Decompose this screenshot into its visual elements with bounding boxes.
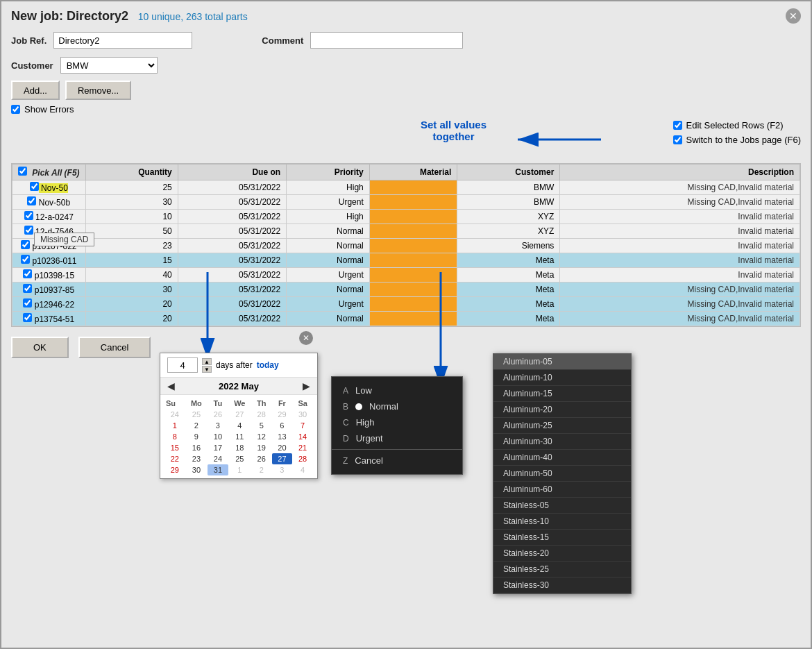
days-down-button[interactable]: ▼ — [202, 366, 212, 373]
cal-day-0-6[interactable]: 30 — [292, 409, 313, 420]
cal-day-1-5[interactable]: 6 — [272, 420, 293, 431]
cal-day-2-4[interactable]: 12 — [251, 431, 272, 442]
cal-day-4-1[interactable]: 23 — [185, 453, 208, 464]
cal-day-3-4[interactable]: 19 — [251, 442, 272, 453]
row-checkbox-2[interactable] — [24, 211, 33, 220]
due-cell-4[interactable]: 05/31/2022 — [178, 239, 286, 253]
row-checkbox-1[interactable] — [27, 196, 36, 205]
cal-day-0-4[interactable]: 28 — [251, 409, 272, 420]
priority-cell-0[interactable]: High — [287, 180, 370, 195]
due-cell-9[interactable]: 05/31/2022 — [178, 312, 286, 326]
row-cb-cell-5[interactable]: p10236-011 — [12, 253, 86, 268]
row-checkbox-7[interactable] — [23, 284, 32, 293]
cal-day-4-4[interactable]: 26 — [251, 453, 272, 464]
material-item-stainless-05[interactable]: Stainless-05 — [493, 498, 631, 514]
cal-day-2-3[interactable]: 11 — [228, 431, 251, 442]
row-checkbox-4[interactable] — [21, 240, 30, 249]
material-item-aluminum-60[interactable]: Aluminum-60 — [493, 482, 631, 498]
due-cell-2[interactable]: 05/31/2022 — [178, 210, 286, 224]
remove-button[interactable]: Remove... — [65, 81, 131, 100]
cal-day-1-3[interactable]: 4 — [228, 420, 251, 431]
cal-day-2-0[interactable]: 8 — [164, 431, 185, 442]
days-input[interactable] — [167, 357, 198, 373]
material-item-aluminum-40[interactable]: Aluminum-40 — [493, 450, 631, 466]
cal-day-1-4[interactable]: 5 — [251, 420, 272, 431]
cal-day-2-5[interactable]: 13 — [272, 431, 293, 442]
priority-item-urgent[interactable]: DUrgent — [332, 430, 462, 446]
pick-all-checkbox[interactable] — [18, 167, 27, 176]
row-checkbox-0[interactable] — [30, 182, 39, 191]
material-item-stainless-10[interactable]: Stainless-10 — [493, 514, 631, 530]
calendar-close-button[interactable]: ✕ — [299, 331, 313, 345]
material-cell-5[interactable] — [369, 253, 457, 268]
ok-button[interactable]: OK — [11, 337, 69, 358]
show-errors-checkbox[interactable] — [11, 105, 20, 114]
priority-cell-4[interactable]: Normal — [287, 239, 370, 253]
cal-day-4-5[interactable]: 27 — [272, 453, 293, 464]
cal-day-3-3[interactable]: 18 — [228, 442, 251, 453]
cal-day-4-2[interactable]: 24 — [208, 453, 228, 464]
material-cell-4[interactable] — [369, 239, 457, 253]
priority-cell-6[interactable]: Urgent — [287, 268, 370, 283]
cal-day-1-1[interactable]: 2 — [185, 420, 208, 431]
customer-select[interactable]: BMW — [60, 57, 158, 74]
row-checkbox-8[interactable] — [23, 298, 32, 307]
material-item-aluminum-30[interactable]: Aluminum-30 — [493, 434, 631, 450]
material-item-stainless-30[interactable]: Stainless-30 — [493, 578, 631, 593]
material-cell-0[interactable] — [369, 180, 457, 195]
due-cell-8[interactable]: 05/31/2022 — [178, 297, 286, 312]
material-item-aluminum-25[interactable]: Aluminum-25 — [493, 418, 631, 434]
cal-day-2-2[interactable]: 10 — [208, 431, 228, 442]
due-cell-0[interactable]: 05/31/2022 — [178, 180, 286, 195]
cal-day-5-5[interactable]: 3 — [272, 464, 293, 475]
material-cell-2[interactable] — [369, 210, 457, 224]
due-cell-7[interactable]: 05/31/2022 — [178, 283, 286, 297]
material-item-aluminum-50[interactable]: Aluminum-50 — [493, 466, 631, 482]
cal-day-5-4[interactable]: 2 — [251, 464, 272, 475]
cal-day-3-2[interactable]: 17 — [208, 442, 228, 453]
cal-day-0-5[interactable]: 29 — [272, 409, 293, 420]
next-month-button[interactable]: ▶ — [303, 380, 310, 391]
row-cb-cell-6[interactable]: p10398-15 — [12, 268, 86, 283]
switch-jobs-checkbox[interactable] — [673, 135, 682, 144]
cal-day-3-0[interactable]: 15 — [164, 442, 185, 453]
row-checkbox-5[interactable] — [21, 255, 30, 264]
cal-day-0-3[interactable]: 27 — [228, 409, 251, 420]
row-cb-cell-1[interactable]: Nov-50b — [12, 195, 86, 210]
material-item-aluminum-15[interactable]: Aluminum-15 — [493, 386, 631, 402]
priority-cell-8[interactable]: Urgent — [287, 297, 370, 312]
material-cell-3[interactable] — [369, 224, 457, 239]
cal-day-2-6[interactable]: 14 — [292, 431, 313, 442]
cal-day-5-2[interactable]: 31 — [208, 464, 228, 475]
cancel-button[interactable]: Cancel — [78, 337, 151, 358]
priority-item-high[interactable]: CHigh — [332, 414, 462, 430]
cal-day-1-6[interactable]: 7 — [292, 420, 313, 431]
row-cb-cell-0[interactable]: Nov-50 — [12, 180, 86, 195]
material-item-stainless-15[interactable]: Stainless-15 — [493, 530, 631, 546]
cal-day-0-2[interactable]: 26 — [208, 409, 228, 420]
row-checkbox-6[interactable] — [23, 269, 32, 278]
row-cb-cell-7[interactable]: p10937-85 — [12, 283, 86, 297]
due-cell-5[interactable]: 05/31/2022 — [178, 253, 286, 268]
cal-day-2-1[interactable]: 9 — [185, 431, 208, 442]
cal-day-5-3[interactable]: 1 — [228, 464, 251, 475]
cal-day-3-1[interactable]: 16 — [185, 442, 208, 453]
priority-cell-2[interactable]: High — [287, 210, 370, 224]
cal-day-5-6[interactable]: 4 — [292, 464, 313, 475]
add-button[interactable]: Add... — [11, 81, 60, 100]
cal-day-0-0[interactable]: 24 — [164, 409, 185, 420]
job-ref-input[interactable] — [53, 32, 192, 49]
priority-cell-7[interactable]: Normal — [287, 283, 370, 297]
due-cell-1[interactable]: 05/31/2022 — [178, 195, 286, 210]
material-item-aluminum-20[interactable]: Aluminum-20 — [493, 402, 631, 418]
row-checkbox-3[interactable] — [24, 226, 33, 235]
cal-day-1-0[interactable]: 1 — [164, 420, 185, 431]
material-cell-1[interactable] — [369, 195, 457, 210]
comment-input[interactable] — [310, 32, 463, 49]
priority-item-normal[interactable]: BNormal — [332, 398, 462, 414]
col-pick-all[interactable]: Pick All (F5) — [12, 165, 86, 180]
cal-day-4-6[interactable]: 28 — [292, 453, 313, 464]
edit-selected-checkbox[interactable] — [673, 121, 682, 130]
material-item-stainless-25[interactable]: Stainless-25 — [493, 562, 631, 578]
due-cell-6[interactable]: 05/31/2022 — [178, 268, 286, 283]
